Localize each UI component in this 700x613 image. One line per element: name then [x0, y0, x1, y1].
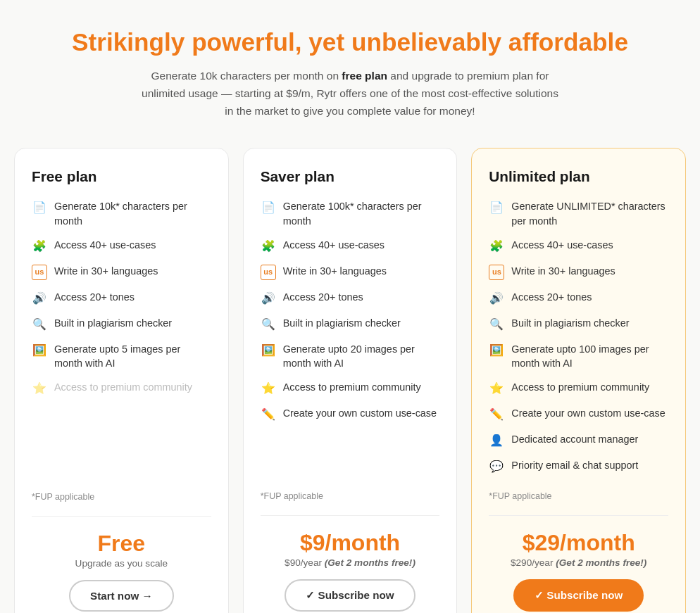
feature-text: Priority email & chat support: [511, 458, 638, 472]
feature-text: Access 40+ use-cases: [283, 238, 385, 252]
feature-icon: 🔍: [32, 317, 47, 332]
plan-card-unlimited: Unlimited plan📄Generate UNLIMITED* chara…: [471, 148, 686, 613]
feature-item: 🧩Access 40+ use-cases: [261, 238, 440, 254]
feature-text: Access 20+ tones: [511, 290, 592, 304]
fup-note: *FUP applicable: [489, 491, 668, 501]
plan-cta-button-saver[interactable]: ✓ Subscribe now: [285, 579, 415, 612]
feature-item: usWrite in 30+ languages: [489, 264, 668, 280]
feature-icon: ⭐: [32, 381, 47, 396]
plans-container: Free plan📄Generate 10k* characters per m…: [14, 148, 686, 613]
feature-text: Write in 30+ languages: [283, 264, 387, 278]
feature-item: 🔊Access 20+ tones: [32, 290, 211, 306]
feature-icon: ✏️: [489, 407, 504, 422]
feature-icon: 🔊: [489, 291, 504, 306]
feature-icon: 👤: [489, 433, 504, 448]
feature-text: Generate 100k* characters per month: [283, 199, 440, 227]
feature-text: Generate upto 5 images per month with AI: [54, 342, 211, 370]
fup-note: *FUP applicable: [32, 492, 211, 502]
feature-text: Generate upto 100 images per month with …: [511, 342, 668, 370]
feature-text: Write in 30+ languages: [54, 264, 158, 278]
feature-item: 🔍Built in plagiarism checker: [32, 316, 211, 332]
feature-icon: us: [32, 265, 47, 280]
feature-item: ⭐Access to premium community: [489, 380, 668, 396]
feature-icon: 📄: [489, 200, 504, 215]
feature-item: 📄Generate 10k* characters per month: [32, 199, 211, 227]
feature-item: ✏️Create your own custom use-case: [261, 406, 440, 422]
feature-text: Generate upto 20 images per month with A…: [283, 342, 440, 370]
feature-icon: 💬: [489, 459, 504, 474]
plan-footer-saver: $9/month$90/year (Get 2 months free!)✓ S…: [261, 515, 440, 612]
feature-item: 👤Dedicated account manager: [489, 432, 668, 448]
feature-text: Access 40+ use-cases: [511, 238, 613, 252]
plan-title-unlimited: Unlimited plan: [489, 168, 668, 185]
feature-icon: 📄: [32, 200, 47, 215]
feature-item: 💬Priority email & chat support: [489, 458, 668, 474]
feature-item: ⭐Access to premium community: [32, 380, 211, 396]
feature-text: Create your own custom use-case: [511, 406, 665, 420]
features-list-unlimited: 📄Generate UNLIMITED* characters per mont…: [489, 199, 668, 484]
feature-icon: 📄: [261, 200, 276, 215]
plan-title-free: Free plan: [32, 168, 211, 185]
feature-icon: 🔍: [261, 317, 276, 332]
feature-item: 📄Generate UNLIMITED* characters per mont…: [489, 199, 668, 227]
feature-text: Access to premium community: [511, 380, 649, 394]
plan-cta-button-unlimited[interactable]: ✓ Subscribe now: [513, 579, 644, 612]
feature-text: Dedicated account manager: [511, 432, 638, 446]
feature-item: 🔍Built in plagiarism checker: [261, 316, 440, 332]
plan-card-saver: Saver plan📄Generate 100k* characters per…: [243, 148, 458, 613]
feature-item: ⭐Access to premium community: [261, 380, 440, 396]
feature-item: 🧩Access 40+ use-cases: [32, 238, 211, 254]
plan-cta-button-free[interactable]: Start now →: [69, 580, 174, 612]
plan-price: Free: [32, 531, 211, 557]
feature-item: 🔍Built in plagiarism checker: [489, 316, 668, 332]
feature-icon: 🧩: [32, 239, 47, 254]
feature-text: Create your own custom use-case: [283, 406, 437, 420]
plan-footer-unlimited: $29/month$290/year (Get 2 months free!)✓…: [489, 515, 668, 612]
page-header: Strikingly powerful, yet unbelievably af…: [14, 28, 686, 120]
feature-icon: 🧩: [489, 239, 504, 254]
feature-icon: 🖼️: [261, 343, 276, 358]
feature-icon: us: [261, 265, 276, 280]
feature-icon: ⭐: [261, 381, 276, 396]
feature-text: Access 20+ tones: [54, 290, 135, 304]
feature-text: Generate UNLIMITED* characters per month: [511, 199, 668, 227]
feature-item: 🖼️Generate upto 100 images per month wit…: [489, 342, 668, 370]
feature-item: 🔊Access 20+ tones: [489, 290, 668, 306]
feature-item: 🖼️Generate upto 20 images per month with…: [261, 342, 440, 370]
feature-text: Built in plagiarism checker: [511, 316, 629, 330]
features-list-free: 📄Generate 10k* characters per month🧩Acce…: [32, 199, 211, 485]
feature-item: 🔊Access 20+ tones: [261, 290, 440, 306]
plan-price-sub: $90/year (Get 2 months free!): [261, 557, 440, 568]
feature-icon: 🖼️: [489, 343, 504, 358]
plan-price-sub: Upgrade as you scale: [32, 558, 211, 569]
feature-item: 🧩Access 40+ use-cases: [489, 238, 668, 254]
plan-price: $29/month: [489, 530, 668, 556]
feature-text: Generate 10k* characters per month: [54, 199, 211, 227]
feature-text: Built in plagiarism checker: [54, 316, 172, 330]
plan-price-sub: $290/year (Get 2 months free!): [489, 557, 668, 568]
feature-item: 🖼️Generate upto 5 images per month with …: [32, 342, 211, 370]
feature-item: usWrite in 30+ languages: [261, 264, 440, 280]
feature-icon: 🔍: [489, 317, 504, 332]
feature-item: 📄Generate 100k* characters per month: [261, 199, 440, 227]
feature-text: Access to premium community: [283, 380, 421, 394]
title-highlight: affordable: [508, 28, 628, 56]
feature-icon: 🔊: [261, 291, 276, 306]
plan-title-saver: Saver plan: [261, 168, 440, 185]
feature-text: Access 20+ tones: [283, 290, 363, 304]
fup-note: *FUP applicable: [261, 491, 440, 501]
feature-icon: 🧩: [261, 239, 276, 254]
title-plain: Strikingly powerful, yet unbelievably: [72, 28, 508, 56]
feature-text: Access to premium community: [54, 380, 192, 394]
feature-icon: ✏️: [261, 407, 276, 422]
features-list-saver: 📄Generate 100k* characters per month🧩Acc…: [261, 199, 440, 484]
feature-icon: 🔊: [32, 291, 47, 306]
feature-text: Access 40+ use-cases: [54, 238, 156, 252]
plan-footer-free: FreeUpgrade as you scaleStart now →: [32, 516, 211, 612]
feature-text: Built in plagiarism checker: [283, 316, 401, 330]
feature-item: ✏️Create your own custom use-case: [489, 406, 668, 422]
plan-card-free: Free plan📄Generate 10k* characters per m…: [14, 148, 229, 613]
feature-item: usWrite in 30+ languages: [32, 264, 211, 280]
main-title: Strikingly powerful, yet unbelievably af…: [14, 28, 686, 56]
feature-text: Write in 30+ languages: [511, 264, 615, 278]
